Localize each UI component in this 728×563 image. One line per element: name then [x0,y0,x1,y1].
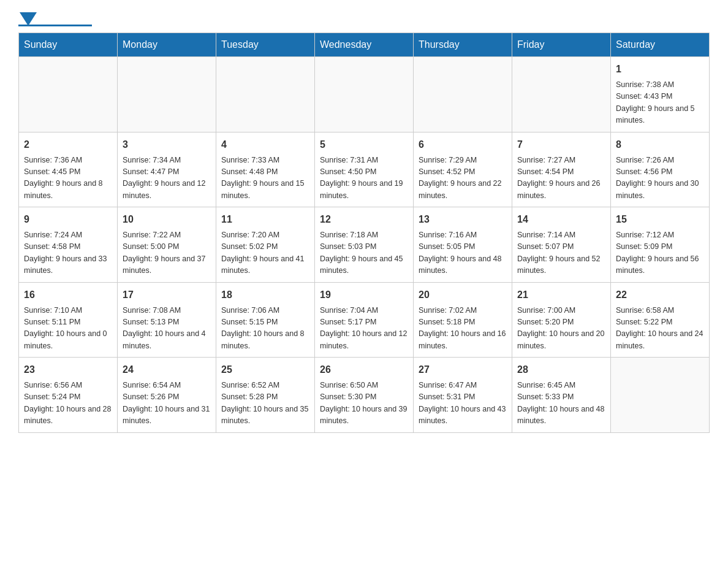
calendar-cell [611,358,710,433]
sun-info: Sunrise: 7:20 AMSunset: 5:02 PMDaylight:… [221,229,309,277]
calendar-cell: 17Sunrise: 7:08 AMSunset: 5:13 PMDayligh… [118,282,216,358]
sun-info: Sunrise: 7:10 AMSunset: 5:11 PMDaylight:… [24,305,112,353]
calendar-cell: 5Sunrise: 7:31 AMSunset: 4:50 PMDaylight… [315,132,414,207]
day-number: 17 [123,288,211,302]
day-number: 20 [419,288,507,302]
calendar-cell: 28Sunrise: 6:45 AMSunset: 5:33 PMDayligh… [512,358,611,433]
weekday-header-saturday: Saturday [611,33,710,57]
sun-info: Sunrise: 7:08 AMSunset: 5:13 PMDaylight:… [123,305,211,353]
calendar-cell [315,57,414,132]
calendar-cell [512,57,611,132]
sun-info: Sunrise: 6:52 AMSunset: 5:28 PMDaylight:… [221,380,309,427]
sun-info: Sunrise: 7:06 AMSunset: 5:15 PMDaylight:… [221,305,309,353]
day-number: 4 [221,137,309,152]
sun-info: Sunrise: 7:24 AMSunset: 4:58 PMDaylight:… [24,229,112,277]
calendar-cell: 7Sunrise: 7:27 AMSunset: 4:54 PMDaylight… [512,132,611,207]
sun-info: Sunrise: 7:12 AMSunset: 5:09 PMDaylight:… [616,229,704,277]
calendar-cell [414,57,512,132]
sun-info: Sunrise: 7:04 AMSunset: 5:17 PMDaylight:… [320,305,408,353]
sun-info: Sunrise: 7:16 AMSunset: 5:05 PMDaylight:… [419,229,507,277]
sun-info: Sunrise: 6:45 AMSunset: 5:33 PMDaylight:… [517,380,605,427]
weekday-header-sunday: Sunday [19,33,118,57]
calendar-cell: 22Sunrise: 6:58 AMSunset: 5:22 PMDayligh… [611,282,710,358]
day-number: 3 [123,137,211,152]
calendar-cell: 3Sunrise: 7:34 AMSunset: 4:47 PMDaylight… [118,132,216,207]
calendar-cell: 27Sunrise: 6:47 AMSunset: 5:31 PMDayligh… [414,358,512,433]
day-number: 12 [320,212,408,227]
day-number: 27 [419,362,507,377]
sun-info: Sunrise: 7:14 AMSunset: 5:07 PMDaylight:… [517,229,605,277]
day-number: 14 [517,212,605,227]
weekday-header-friday: Friday [512,33,611,57]
calendar-week-3: 9Sunrise: 7:24 AMSunset: 4:58 PMDaylight… [19,207,710,283]
sun-info: Sunrise: 7:34 AMSunset: 4:47 PMDaylight:… [123,155,211,202]
sun-info: Sunrise: 7:22 AMSunset: 5:00 PMDaylight:… [123,229,211,277]
day-number: 2 [24,137,112,152]
sun-info: Sunrise: 7:29 AMSunset: 4:52 PMDaylight:… [419,155,507,202]
calendar-cell: 4Sunrise: 7:33 AMSunset: 4:48 PMDaylight… [216,132,315,207]
sun-info: Sunrise: 7:31 AMSunset: 4:50 PMDaylight:… [320,155,408,202]
day-number: 25 [221,362,309,377]
calendar-cell: 9Sunrise: 7:24 AMSunset: 4:58 PMDaylight… [19,207,118,283]
day-number: 15 [616,212,704,227]
calendar-cell: 19Sunrise: 7:04 AMSunset: 5:17 PMDayligh… [315,282,414,358]
weekday-header-wednesday: Wednesday [315,33,414,57]
day-number: 24 [123,362,211,377]
calendar-cell: 20Sunrise: 7:02 AMSunset: 5:18 PMDayligh… [414,282,512,358]
sun-info: Sunrise: 7:38 AMSunset: 4:43 PMDaylight:… [616,79,704,127]
calendar-cell: 11Sunrise: 7:20 AMSunset: 5:02 PMDayligh… [216,207,315,283]
sun-info: Sunrise: 7:02 AMSunset: 5:18 PMDaylight:… [419,305,507,353]
calendar-cell: 10Sunrise: 7:22 AMSunset: 5:00 PMDayligh… [118,207,216,283]
calendar-cell: 13Sunrise: 7:16 AMSunset: 5:05 PMDayligh… [414,207,512,283]
sun-info: Sunrise: 7:27 AMSunset: 4:54 PMDaylight:… [517,155,605,202]
day-number: 21 [517,288,605,302]
svg-marker-0 [20,12,37,26]
calendar-cell [19,57,118,132]
calendar-week-2: 2Sunrise: 7:36 AMSunset: 4:45 PMDaylight… [19,132,710,207]
calendar-cell: 16Sunrise: 7:10 AMSunset: 5:11 PMDayligh… [19,282,118,358]
day-number: 1 [616,62,704,77]
calendar-week-5: 23Sunrise: 6:56 AMSunset: 5:24 PMDayligh… [19,358,710,433]
day-number: 10 [123,212,211,227]
day-number: 23 [24,362,112,377]
calendar-cell: 15Sunrise: 7:12 AMSunset: 5:09 PMDayligh… [611,207,710,283]
logo [18,12,92,26]
day-number: 13 [419,212,507,227]
calendar-cell: 6Sunrise: 7:29 AMSunset: 4:52 PMDaylight… [414,132,512,207]
weekday-header-tuesday: Tuesday [216,33,315,57]
sun-info: Sunrise: 6:54 AMSunset: 5:26 PMDaylight:… [123,380,211,427]
weekday-header-thursday: Thursday [414,33,512,57]
calendar-cell: 18Sunrise: 7:06 AMSunset: 5:15 PMDayligh… [216,282,315,358]
calendar-cell: 12Sunrise: 7:18 AMSunset: 5:03 PMDayligh… [315,207,414,283]
calendar-week-4: 16Sunrise: 7:10 AMSunset: 5:11 PMDayligh… [19,282,710,358]
calendar-table: SundayMondayTuesdayWednesdayThursdayFrid… [18,33,710,433]
calendar-cell: 8Sunrise: 7:26 AMSunset: 4:56 PMDaylight… [611,132,710,207]
day-number: 22 [616,288,704,302]
calendar-week-1: 1Sunrise: 7:38 AMSunset: 4:43 PMDaylight… [19,57,710,132]
day-number: 19 [320,288,408,302]
sun-info: Sunrise: 6:50 AMSunset: 5:30 PMDaylight:… [320,380,408,427]
day-number: 7 [517,137,605,152]
day-number: 9 [24,212,112,227]
logo-triangle-icon [20,12,37,26]
calendar-cell [216,57,315,132]
calendar-cell: 14Sunrise: 7:14 AMSunset: 5:07 PMDayligh… [512,207,611,283]
calendar-cell: 26Sunrise: 6:50 AMSunset: 5:30 PMDayligh… [315,358,414,433]
day-number: 6 [419,137,507,152]
day-number: 28 [517,362,605,377]
sun-info: Sunrise: 7:26 AMSunset: 4:56 PMDaylight:… [616,155,704,202]
calendar-cell: 2Sunrise: 7:36 AMSunset: 4:45 PMDaylight… [19,132,118,207]
weekday-header-monday: Monday [118,33,216,57]
calendar-cell: 23Sunrise: 6:56 AMSunset: 5:24 PMDayligh… [19,358,118,433]
day-number: 26 [320,362,408,377]
calendar-header-row: SundayMondayTuesdayWednesdayThursdayFrid… [19,33,710,57]
calendar-cell: 1Sunrise: 7:38 AMSunset: 4:43 PMDaylight… [611,57,710,132]
sun-info: Sunrise: 6:56 AMSunset: 5:24 PMDaylight:… [24,380,112,427]
calendar-cell: 21Sunrise: 7:00 AMSunset: 5:20 PMDayligh… [512,282,611,358]
day-number: 18 [221,288,309,302]
day-number: 16 [24,288,112,302]
day-number: 11 [221,212,309,227]
day-number: 5 [320,137,408,152]
sun-info: Sunrise: 6:58 AMSunset: 5:22 PMDaylight:… [616,305,704,353]
sun-info: Sunrise: 7:00 AMSunset: 5:20 PMDaylight:… [517,305,605,353]
